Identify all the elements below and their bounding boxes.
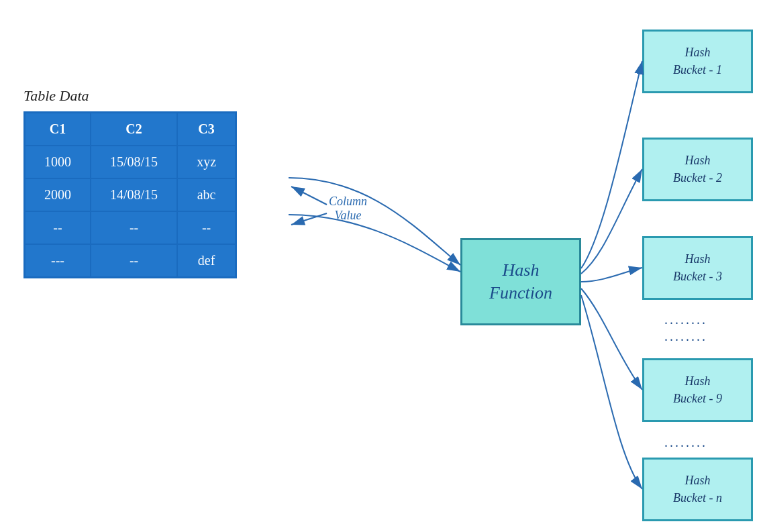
hash-bucket-2: HashBucket - 2 (642, 138, 753, 201)
hash-bucket-2-label: HashBucket - 2 (673, 152, 722, 186)
cell: -- (177, 211, 236, 244)
table-section: Table Data C1 C2 C3 1000 15/08/15 xyz 20… (23, 87, 237, 278)
col-header-c1: C1 (25, 113, 91, 146)
hash-function-box: HashFunction (460, 238, 581, 325)
col-header-c3: C3 (177, 113, 236, 146)
hash-bucket-1: HashBucket - 1 (642, 30, 753, 93)
dots-2: ........ (664, 329, 707, 344)
table-row: 2000 14/08/15 abc (25, 178, 236, 211)
hash-bucket-3-label: HashBucket - 3 (673, 251, 722, 284)
column-value-label: ColumnValue (329, 195, 367, 223)
table-row: 1000 15/08/15 xyz (25, 146, 236, 178)
cell: 1000 (25, 146, 91, 178)
hash-function-label: HashFunction (489, 259, 552, 305)
table-row: -- -- -- (25, 211, 236, 244)
cell: -- (25, 211, 91, 244)
dots-1: ........ (664, 312, 707, 327)
col-header-c2: C2 (91, 113, 177, 146)
hash-bucket-n-label: HashBucket - n (673, 472, 722, 506)
cell: 2000 (25, 178, 91, 211)
hash-bucket-n: HashBucket - n (642, 458, 753, 521)
cell: 15/08/15 (91, 146, 177, 178)
hash-bucket-9-label: HashBucket - 9 (673, 373, 722, 407)
cell: --- (25, 244, 91, 278)
cell: 14/08/15 (91, 178, 177, 211)
hash-bucket-1-label: HashBucket - 1 (673, 44, 722, 78)
hash-bucket-3: HashBucket - 3 (642, 236, 753, 300)
table-row: --- -- def (25, 244, 236, 278)
cell: def (177, 244, 236, 278)
cell: abc (177, 178, 236, 211)
table-label: Table Data (23, 87, 237, 105)
data-table: C1 C2 C3 1000 15/08/15 xyz 2000 14/08/15… (23, 111, 237, 278)
cell: -- (91, 244, 177, 278)
cell: xyz (177, 146, 236, 178)
dots-3: ........ (664, 435, 707, 450)
hash-bucket-9: HashBucket - 9 (642, 358, 753, 422)
cell: -- (91, 211, 177, 244)
